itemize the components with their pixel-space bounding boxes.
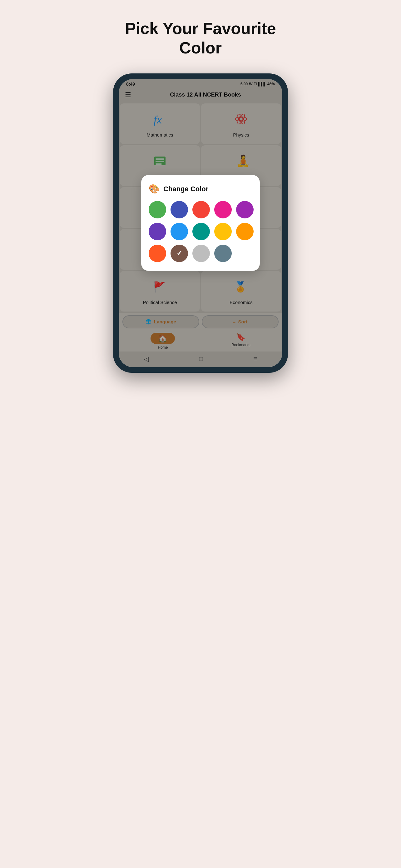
page-title: Pick Your Favourite Color <box>125 19 276 58</box>
color-green[interactable] <box>149 201 166 218</box>
color-light-grey[interactable] <box>192 245 210 262</box>
phone-screen: 8:49 6.00 WiFi ▌▌▌ 46% ☰ Class 12 All NC… <box>119 79 282 367</box>
color-pink[interactable] <box>214 201 232 218</box>
color-teal[interactable] <box>192 223 210 240</box>
color-indigo[interactable] <box>170 201 188 218</box>
modal-title-row: 🎨 Change Color <box>149 184 252 194</box>
color-picker-modal: 🎨 Change Color <box>141 175 260 271</box>
color-deep-orange[interactable] <box>149 245 166 262</box>
phone-mockup: 8:49 6.00 WiFi ▌▌▌ 46% ☰ Class 12 All NC… <box>113 73 288 373</box>
color-blue[interactable] <box>170 223 188 240</box>
palette-icon: 🎨 <box>149 184 160 194</box>
color-deep-purple[interactable] <box>149 223 166 240</box>
color-brown-selected[interactable] <box>170 245 188 262</box>
modal-overlay[interactable]: 🎨 Change Color <box>119 79 282 367</box>
color-yellow[interactable] <box>214 223 232 240</box>
color-blue-grey[interactable] <box>214 245 232 262</box>
color-orange[interactable] <box>236 223 254 240</box>
color-grid <box>149 201 252 262</box>
color-red-orange[interactable] <box>192 201 210 218</box>
color-purple[interactable] <box>236 201 254 218</box>
modal-title: Change Color <box>163 185 208 193</box>
